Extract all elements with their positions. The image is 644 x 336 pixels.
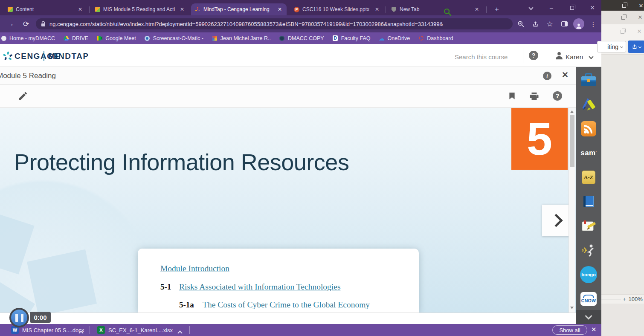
dock-scroll-down[interactable] <box>576 310 601 324</box>
bookmark-dashboard[interactable]: Dashboard <box>418 35 453 41</box>
tab-strip: Content ✕ MIS Module 5 Reading and Acti … <box>0 0 601 15</box>
bookmark-faculty-faq[interactable]: D Faculty FAQ <box>333 35 371 41</box>
zoom-slider[interactable] <box>601 299 621 299</box>
close-downloads-icon[interactable]: ✕ <box>591 326 597 333</box>
tab-close-icon[interactable]: ✕ <box>474 7 480 12</box>
tool-feeds[interactable] <box>576 116 601 141</box>
bookmark-google-meet[interactable]: Google Meet <box>97 35 136 41</box>
user-menu-chevron-icon[interactable] <box>589 54 593 59</box>
user-icon[interactable] <box>554 50 564 61</box>
zoom-percent[interactable]: 100% <box>629 296 643 302</box>
tool-sam[interactable]: sam' <box>576 141 601 165</box>
search-input[interactable]: Search this course <box>455 53 508 61</box>
bookmark-mydmacc[interactable]: Home - myDMACC <box>1 35 55 41</box>
tool-toolbox[interactable] <box>576 68 601 92</box>
zoom-in-icon[interactable]: + <box>623 296 626 302</box>
mindtap-spark-favicon <box>195 7 200 12</box>
bg-restore-button[interactable] <box>621 3 627 9</box>
bookmarks-bar: Home - myDMACC DRIVE Google Meet Screenc… <box>0 32 601 44</box>
mindtap-header: CENGAGE MINDTAP Search this course ? Kar… <box>0 44 601 67</box>
reading-content: Protecting Information Resources 5 Modul… <box>0 108 576 313</box>
background-window-band: ✕ <box>601 11 644 24</box>
tab-close-icon[interactable]: ✕ <box>179 7 185 12</box>
show-all-downloads-button[interactable]: Show all <box>552 325 587 335</box>
forward-icon[interactable]: → <box>5 19 16 29</box>
share-icon[interactable] <box>530 19 541 29</box>
tab-csc116-slides[interactable]: P CSC116 10 Week Slides.pptx ✕ <box>290 3 384 15</box>
tool-cengagenow[interactable]: CNOW <box>576 287 601 311</box>
tab-mis-module[interactable]: MIS Module 5 Reading and Acti ✕ <box>91 3 189 15</box>
bookmark-screencast[interactable]: Screencast-O-Matic - <box>145 35 203 41</box>
download-options-chevron-icon[interactable] <box>79 329 83 336</box>
tool-notebook[interactable] <box>576 214 601 238</box>
download-item[interactable]: SC_EX_6-1_KarenI....xlsx <box>108 327 173 333</box>
module-number-badge: 5 <box>511 108 568 170</box>
tab-content[interactable]: Content ✕ <box>3 3 87 15</box>
bg-close-button[interactable]: ✕ <box>637 14 643 20</box>
activity-toolbar: AA ? <box>0 85 576 108</box>
window-close-button[interactable]: ✕ <box>586 3 599 12</box>
download-item[interactable]: MIS Chapter 05 S....docx <box>22 327 84 333</box>
scroll-up-icon[interactable] <box>570 110 574 113</box>
share-button[interactable] <box>628 41 644 53</box>
toolbar-help-icon[interactable]: ? <box>553 91 562 101</box>
tool-glossary[interactable] <box>576 189 601 214</box>
tool-dictionary[interactable]: A-Z <box>576 165 601 189</box>
print-icon[interactable] <box>529 91 540 101</box>
module-number: 5 <box>527 116 552 162</box>
bookmark-onedrive[interactable]: ☁ OneDrive <box>379 35 410 41</box>
editing-mode-dropdown[interactable]: iting <box>597 41 626 52</box>
url-field[interactable]: ng.cengage.com/static/nb/ui/evo/index.ht… <box>36 18 513 29</box>
kebab-menu-icon[interactable]: ⋮ <box>588 19 599 29</box>
reload-icon[interactable]: ⟳ <box>20 19 32 29</box>
content-scrollbar[interactable] <box>569 108 575 313</box>
toc-link-module-introduction[interactable]: Module Introduction <box>160 264 229 273</box>
bg-restore-button[interactable] <box>619 29 625 35</box>
content-doc-favicon <box>95 7 100 12</box>
help-icon[interactable]: ? <box>529 51 538 60</box>
side-panel-icon[interactable] <box>559 19 570 29</box>
new-tab-button[interactable]: + <box>492 4 502 14</box>
powerpoint-favicon: P <box>294 7 299 12</box>
search-icon[interactable] <box>444 8 452 16</box>
toc-link-5-1[interactable]: Risks Associated with Information Techno… <box>179 282 340 292</box>
bookmark-jarre[interactable]: Jean Michel Jarre R.. <box>212 35 271 41</box>
scrollbar-thumb[interactable] <box>570 115 574 167</box>
info-icon[interactable]: i <box>543 72 551 80</box>
tool-bongo[interactable]: bongo <box>576 262 601 287</box>
bg-close-button[interactable]: ✕ <box>638 3 644 9</box>
globe-favicon <box>279 35 285 41</box>
tab-close-icon[interactable]: ✕ <box>77 7 83 12</box>
zoom-icon[interactable] <box>515 19 526 29</box>
tab-close-icon[interactable]: ✕ <box>277 7 283 12</box>
bg-close-button[interactable]: ✕ <box>636 28 642 34</box>
screen: Content ✕ MIS Module 5 Reading and Acti … <box>0 0 644 336</box>
window-minimize-button[interactable]: – <box>545 3 558 12</box>
window-menu-chevron-icon[interactable] <box>525 3 537 12</box>
brand-divider <box>44 51 44 61</box>
bookmark-drive[interactable]: DRIVE <box>64 35 88 41</box>
tool-readspeaker[interactable] <box>576 238 601 262</box>
scroll-down-icon[interactable] <box>570 307 574 309</box>
tab-close-icon[interactable]: ✕ <box>374 7 380 12</box>
annotate-pencil-icon[interactable] <box>18 91 28 101</box>
chevron-down-icon <box>585 312 592 319</box>
pause-button[interactable] <box>9 308 29 327</box>
sam-logo: sam <box>580 149 596 157</box>
window-restore-button[interactable] <box>566 3 578 12</box>
close-activity-icon[interactable]: ✕ <box>562 71 569 79</box>
toc-link-5-1a[interactable]: The Costs of Cyber Crime to the Global E… <box>203 300 370 310</box>
bg-restore-button[interactable] <box>620 14 626 20</box>
bookmark-dmacc-copy[interactable]: DMACC COPY <box>279 35 324 41</box>
user-name[interactable]: Karen <box>566 53 583 61</box>
tab-mindtap-active[interactable]: MindTap - Cengage Learning ✕ <box>191 3 287 15</box>
download-options-chevron-icon[interactable] <box>178 329 182 336</box>
background-window: ✕ ✕ ✕ iting + 100% <box>601 0 644 336</box>
bookmark-icon[interactable] <box>508 90 516 101</box>
bookmark-star-icon[interactable]: ☆ <box>544 19 555 29</box>
profile-avatar[interactable] <box>573 18 584 29</box>
tool-highlighter[interactable] <box>576 92 601 116</box>
activity-title-bar: Module 5 Reading i ✕ <box>0 67 576 85</box>
tab-new-tab[interactable]: New Tab ✕ <box>387 3 484 15</box>
content-doc-favicon <box>7 7 13 12</box>
